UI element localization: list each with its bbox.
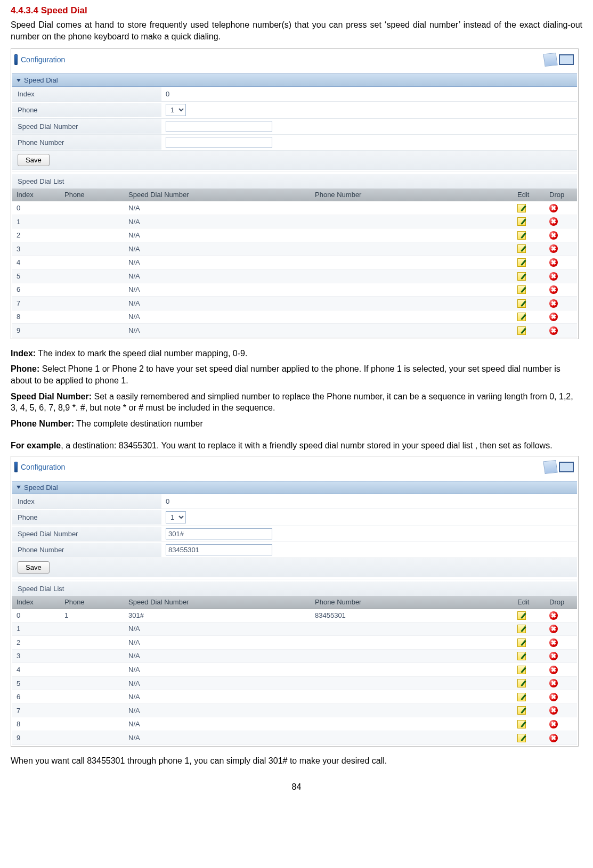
- cell-phone-number: [311, 663, 513, 677]
- edit-icon[interactable]: [517, 720, 526, 728]
- edit-icon[interactable]: [517, 693, 526, 701]
- table-header-row: Index Phone Speed Dial Number Phone Numb…: [12, 189, 577, 201]
- table-row: 5N/A✖: [12, 269, 577, 283]
- cell-speed-dial-number: N/A: [124, 676, 311, 690]
- phone-select[interactable]: 1: [166, 511, 186, 523]
- table-row: 1N/A✖: [12, 622, 577, 636]
- edit-icon[interactable]: [517, 285, 526, 294]
- edit-icon[interactable]: [517, 679, 526, 687]
- cell-phone: [60, 717, 124, 731]
- delete-icon[interactable]: ✖: [549, 652, 558, 660]
- edit-icon[interactable]: [517, 313, 526, 321]
- cell-edit: [513, 297, 545, 310]
- cell-speed-dial-number: N/A: [124, 228, 311, 242]
- save-button[interactable]: Save: [18, 154, 50, 166]
- cell-phone: [60, 201, 124, 215]
- speed-dial-section-header[interactable]: Speed Dial: [12, 481, 577, 494]
- edit-icon[interactable]: [517, 666, 526, 674]
- delete-icon[interactable]: ✖: [549, 231, 558, 240]
- delete-icon[interactable]: ✖: [549, 734, 558, 742]
- cell-speed-dial-number: N/A: [124, 283, 311, 297]
- cell-phone: [60, 622, 124, 636]
- delete-icon[interactable]: ✖: [549, 217, 558, 226]
- configuration-tab[interactable]: Configuration: [14, 462, 65, 472]
- phone-label: Phone: [12, 510, 161, 525]
- edit-icon[interactable]: [517, 652, 526, 660]
- delete-icon[interactable]: ✖: [549, 693, 558, 701]
- delete-icon[interactable]: ✖: [549, 272, 558, 281]
- delete-icon[interactable]: ✖: [549, 299, 558, 308]
- cell-drop: ✖: [545, 283, 577, 297]
- delete-icon[interactable]: ✖: [549, 679, 558, 687]
- edit-icon[interactable]: [517, 231, 526, 240]
- table-row: 8N/A✖: [12, 310, 577, 324]
- edit-icon[interactable]: [517, 638, 526, 647]
- cell-index: 2: [12, 228, 60, 242]
- edit-icon[interactable]: [517, 299, 526, 308]
- edit-icon[interactable]: [517, 611, 526, 620]
- cell-phone: [60, 283, 124, 297]
- speed-dial-number-input[interactable]: [166, 528, 272, 539]
- cell-phone-number: [311, 324, 513, 338]
- edit-icon[interactable]: [517, 244, 526, 253]
- cell-phone: [60, 663, 124, 677]
- def-pn: Phone Number: The complete destination n…: [11, 418, 582, 430]
- cell-edit: [513, 663, 545, 677]
- cell-speed-dial-number: N/A: [124, 310, 311, 324]
- cell-phone-number: [311, 636, 513, 650]
- edit-icon[interactable]: [517, 217, 526, 226]
- cell-drop: ✖: [545, 731, 577, 745]
- cell-edit: [513, 703, 545, 717]
- cell-edit: [513, 269, 545, 283]
- delete-icon[interactable]: ✖: [549, 285, 558, 294]
- cell-drop: ✖: [545, 324, 577, 338]
- cell-edit: [513, 242, 545, 256]
- delete-icon[interactable]: ✖: [549, 244, 558, 253]
- cell-drop: ✖: [545, 256, 577, 269]
- cell-phone-number: [311, 283, 513, 297]
- delete-icon[interactable]: ✖: [549, 611, 558, 620]
- delete-icon[interactable]: ✖: [549, 625, 558, 633]
- edit-icon[interactable]: [517, 258, 526, 267]
- save-button[interactable]: Save: [18, 561, 50, 574]
- table-row: 7N/A✖: [12, 703, 577, 717]
- chevron-down-icon: [17, 79, 21, 82]
- delete-icon[interactable]: ✖: [549, 720, 558, 728]
- cell-drop: ✖: [545, 636, 577, 650]
- phone-number-input[interactable]: [166, 137, 272, 148]
- table-row: 9N/A✖: [12, 731, 577, 745]
- speed-dial-section-header[interactable]: Speed Dial: [12, 73, 577, 87]
- phone-select[interactable]: 1: [166, 104, 186, 116]
- edit-icon[interactable]: [517, 706, 526, 715]
- delete-icon[interactable]: ✖: [549, 258, 558, 267]
- phone-number-input[interactable]: [166, 544, 272, 555]
- edit-icon[interactable]: [517, 204, 526, 212]
- cell-drop: ✖: [545, 676, 577, 690]
- edit-icon[interactable]: [517, 734, 526, 742]
- configuration-tab[interactable]: Configuration: [14, 54, 65, 65]
- cell-drop: ✖: [545, 663, 577, 677]
- col-pn: Phone Number: [311, 189, 513, 201]
- button-bar: Save: [12, 558, 577, 577]
- edit-icon[interactable]: [517, 272, 526, 281]
- cell-drop: ✖: [545, 703, 577, 717]
- config-panel-2: Configuration Speed Dial Index 0 Phone 1…: [11, 456, 579, 747]
- chevron-down-icon: [17, 486, 21, 489]
- section-strip-label: Speed Dial: [24, 484, 58, 492]
- delete-icon[interactable]: ✖: [549, 313, 558, 321]
- edit-icon[interactable]: [517, 326, 526, 335]
- delete-icon[interactable]: ✖: [549, 326, 558, 335]
- delete-icon[interactable]: ✖: [549, 666, 558, 674]
- cell-drop: ✖: [545, 622, 577, 636]
- cell-phone-number: 83455301: [311, 608, 513, 622]
- form-row-pn: Phone Number: [12, 135, 577, 151]
- delete-icon[interactable]: ✖: [549, 638, 558, 647]
- delete-icon[interactable]: ✖: [549, 706, 558, 715]
- col-phone: Phone: [60, 596, 124, 609]
- edit-icon[interactable]: [517, 625, 526, 633]
- tab-label: Configuration: [21, 55, 65, 64]
- delete-icon[interactable]: ✖: [549, 204, 558, 212]
- speed-dial-number-input[interactable]: [166, 121, 272, 132]
- section-heading: 4.4.3.4 Speed Dial: [11, 5, 582, 16]
- cell-index: 9: [12, 324, 60, 338]
